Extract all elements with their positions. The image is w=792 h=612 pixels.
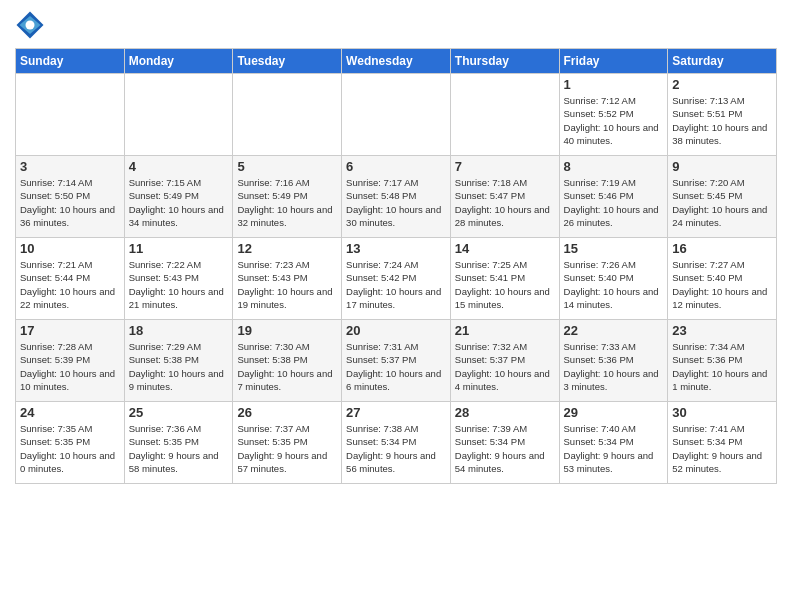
calendar-cell: 1Sunrise: 7:12 AM Sunset: 5:52 PM Daylig… xyxy=(559,74,668,156)
calendar-week-row: 1Sunrise: 7:12 AM Sunset: 5:52 PM Daylig… xyxy=(16,74,777,156)
day-number: 10 xyxy=(20,241,120,256)
calendar-header-row: SundayMondayTuesdayWednesdayThursdayFrid… xyxy=(16,49,777,74)
weekday-header: Friday xyxy=(559,49,668,74)
day-number: 15 xyxy=(564,241,664,256)
calendar-cell xyxy=(233,74,342,156)
day-info: Sunrise: 7:41 AM Sunset: 5:34 PM Dayligh… xyxy=(672,422,772,475)
day-number: 24 xyxy=(20,405,120,420)
calendar-cell xyxy=(124,74,233,156)
day-info: Sunrise: 7:32 AM Sunset: 5:37 PM Dayligh… xyxy=(455,340,555,393)
day-info: Sunrise: 7:37 AM Sunset: 5:35 PM Dayligh… xyxy=(237,422,337,475)
day-info: Sunrise: 7:18 AM Sunset: 5:47 PM Dayligh… xyxy=(455,176,555,229)
day-number: 27 xyxy=(346,405,446,420)
day-info: Sunrise: 7:33 AM Sunset: 5:36 PM Dayligh… xyxy=(564,340,664,393)
calendar-cell: 7Sunrise: 7:18 AM Sunset: 5:47 PM Daylig… xyxy=(450,156,559,238)
calendar-cell: 26Sunrise: 7:37 AM Sunset: 5:35 PM Dayli… xyxy=(233,402,342,484)
day-info: Sunrise: 7:19 AM Sunset: 5:46 PM Dayligh… xyxy=(564,176,664,229)
day-info: Sunrise: 7:17 AM Sunset: 5:48 PM Dayligh… xyxy=(346,176,446,229)
day-info: Sunrise: 7:40 AM Sunset: 5:34 PM Dayligh… xyxy=(564,422,664,475)
day-number: 13 xyxy=(346,241,446,256)
day-info: Sunrise: 7:21 AM Sunset: 5:44 PM Dayligh… xyxy=(20,258,120,311)
calendar-cell: 21Sunrise: 7:32 AM Sunset: 5:37 PM Dayli… xyxy=(450,320,559,402)
calendar-cell: 12Sunrise: 7:23 AM Sunset: 5:43 PM Dayli… xyxy=(233,238,342,320)
weekday-header: Monday xyxy=(124,49,233,74)
day-info: Sunrise: 7:26 AM Sunset: 5:40 PM Dayligh… xyxy=(564,258,664,311)
day-info: Sunrise: 7:35 AM Sunset: 5:35 PM Dayligh… xyxy=(20,422,120,475)
calendar-cell: 13Sunrise: 7:24 AM Sunset: 5:42 PM Dayli… xyxy=(342,238,451,320)
day-info: Sunrise: 7:29 AM Sunset: 5:38 PM Dayligh… xyxy=(129,340,229,393)
day-number: 16 xyxy=(672,241,772,256)
calendar-cell: 23Sunrise: 7:34 AM Sunset: 5:36 PM Dayli… xyxy=(668,320,777,402)
day-info: Sunrise: 7:36 AM Sunset: 5:35 PM Dayligh… xyxy=(129,422,229,475)
day-info: Sunrise: 7:23 AM Sunset: 5:43 PM Dayligh… xyxy=(237,258,337,311)
day-number: 18 xyxy=(129,323,229,338)
day-number: 22 xyxy=(564,323,664,338)
calendar-cell xyxy=(450,74,559,156)
day-info: Sunrise: 7:31 AM Sunset: 5:37 PM Dayligh… xyxy=(346,340,446,393)
weekday-header: Tuesday xyxy=(233,49,342,74)
weekday-header: Saturday xyxy=(668,49,777,74)
logo-icon xyxy=(15,10,45,40)
day-number: 26 xyxy=(237,405,337,420)
day-number: 7 xyxy=(455,159,555,174)
calendar-week-row: 3Sunrise: 7:14 AM Sunset: 5:50 PM Daylig… xyxy=(16,156,777,238)
calendar-cell: 20Sunrise: 7:31 AM Sunset: 5:37 PM Dayli… xyxy=(342,320,451,402)
day-number: 3 xyxy=(20,159,120,174)
day-number: 12 xyxy=(237,241,337,256)
logo xyxy=(15,10,49,40)
day-number: 17 xyxy=(20,323,120,338)
day-number: 21 xyxy=(455,323,555,338)
day-info: Sunrise: 7:25 AM Sunset: 5:41 PM Dayligh… xyxy=(455,258,555,311)
calendar-cell xyxy=(342,74,451,156)
calendar-cell: 14Sunrise: 7:25 AM Sunset: 5:41 PM Dayli… xyxy=(450,238,559,320)
calendar-cell: 29Sunrise: 7:40 AM Sunset: 5:34 PM Dayli… xyxy=(559,402,668,484)
calendar-week-row: 24Sunrise: 7:35 AM Sunset: 5:35 PM Dayli… xyxy=(16,402,777,484)
calendar-cell: 18Sunrise: 7:29 AM Sunset: 5:38 PM Dayli… xyxy=(124,320,233,402)
calendar-week-row: 17Sunrise: 7:28 AM Sunset: 5:39 PM Dayli… xyxy=(16,320,777,402)
calendar-cell: 2Sunrise: 7:13 AM Sunset: 5:51 PM Daylig… xyxy=(668,74,777,156)
calendar-cell: 11Sunrise: 7:22 AM Sunset: 5:43 PM Dayli… xyxy=(124,238,233,320)
day-number: 25 xyxy=(129,405,229,420)
calendar-cell: 10Sunrise: 7:21 AM Sunset: 5:44 PM Dayli… xyxy=(16,238,125,320)
calendar-cell: 22Sunrise: 7:33 AM Sunset: 5:36 PM Dayli… xyxy=(559,320,668,402)
day-number: 2 xyxy=(672,77,772,92)
calendar-cell: 28Sunrise: 7:39 AM Sunset: 5:34 PM Dayli… xyxy=(450,402,559,484)
day-info: Sunrise: 7:14 AM Sunset: 5:50 PM Dayligh… xyxy=(20,176,120,229)
day-number: 23 xyxy=(672,323,772,338)
day-number: 28 xyxy=(455,405,555,420)
day-info: Sunrise: 7:22 AM Sunset: 5:43 PM Dayligh… xyxy=(129,258,229,311)
day-number: 14 xyxy=(455,241,555,256)
day-number: 19 xyxy=(237,323,337,338)
calendar-cell: 16Sunrise: 7:27 AM Sunset: 5:40 PM Dayli… xyxy=(668,238,777,320)
calendar-week-row: 10Sunrise: 7:21 AM Sunset: 5:44 PM Dayli… xyxy=(16,238,777,320)
day-info: Sunrise: 7:38 AM Sunset: 5:34 PM Dayligh… xyxy=(346,422,446,475)
svg-point-2 xyxy=(26,21,35,30)
calendar-cell: 5Sunrise: 7:16 AM Sunset: 5:49 PM Daylig… xyxy=(233,156,342,238)
day-info: Sunrise: 7:13 AM Sunset: 5:51 PM Dayligh… xyxy=(672,94,772,147)
day-info: Sunrise: 7:24 AM Sunset: 5:42 PM Dayligh… xyxy=(346,258,446,311)
day-number: 9 xyxy=(672,159,772,174)
calendar-cell: 8Sunrise: 7:19 AM Sunset: 5:46 PM Daylig… xyxy=(559,156,668,238)
day-info: Sunrise: 7:30 AM Sunset: 5:38 PM Dayligh… xyxy=(237,340,337,393)
day-info: Sunrise: 7:15 AM Sunset: 5:49 PM Dayligh… xyxy=(129,176,229,229)
day-number: 8 xyxy=(564,159,664,174)
day-info: Sunrise: 7:28 AM Sunset: 5:39 PM Dayligh… xyxy=(20,340,120,393)
calendar-cell: 25Sunrise: 7:36 AM Sunset: 5:35 PM Dayli… xyxy=(124,402,233,484)
day-number: 4 xyxy=(129,159,229,174)
calendar-cell: 24Sunrise: 7:35 AM Sunset: 5:35 PM Dayli… xyxy=(16,402,125,484)
day-info: Sunrise: 7:27 AM Sunset: 5:40 PM Dayligh… xyxy=(672,258,772,311)
day-number: 11 xyxy=(129,241,229,256)
calendar-cell: 19Sunrise: 7:30 AM Sunset: 5:38 PM Dayli… xyxy=(233,320,342,402)
calendar-cell: 9Sunrise: 7:20 AM Sunset: 5:45 PM Daylig… xyxy=(668,156,777,238)
day-number: 29 xyxy=(564,405,664,420)
day-info: Sunrise: 7:12 AM Sunset: 5:52 PM Dayligh… xyxy=(564,94,664,147)
day-info: Sunrise: 7:20 AM Sunset: 5:45 PM Dayligh… xyxy=(672,176,772,229)
day-number: 20 xyxy=(346,323,446,338)
calendar-cell xyxy=(16,74,125,156)
weekday-header: Thursday xyxy=(450,49,559,74)
day-number: 1 xyxy=(564,77,664,92)
day-info: Sunrise: 7:16 AM Sunset: 5:49 PM Dayligh… xyxy=(237,176,337,229)
day-info: Sunrise: 7:34 AM Sunset: 5:36 PM Dayligh… xyxy=(672,340,772,393)
calendar-cell: 4Sunrise: 7:15 AM Sunset: 5:49 PM Daylig… xyxy=(124,156,233,238)
header xyxy=(15,10,777,40)
